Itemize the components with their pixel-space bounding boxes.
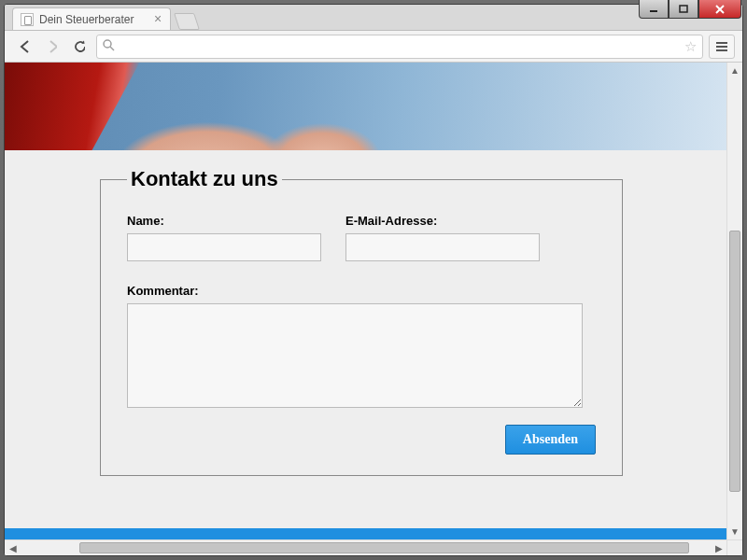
tab-close-icon[interactable]: × [151, 12, 164, 25]
name-input[interactable] [127, 233, 321, 261]
reload-button[interactable] [68, 35, 91, 58]
footer-bar [5, 528, 726, 539]
horizontal-scroll-thumb[interactable] [79, 542, 689, 553]
browser-menu-button[interactable] [709, 35, 735, 59]
comment-textarea[interactable] [127, 303, 583, 408]
browser-tab[interactable]: Dein Steuerberater × [12, 7, 171, 30]
search-icon [103, 39, 115, 54]
address-bar[interactable]: ☆ [96, 35, 703, 59]
back-button[interactable] [12, 35, 35, 58]
svg-line-5 [110, 47, 114, 50]
header-image [5, 63, 726, 150]
scroll-left-icon[interactable]: ◀ [5, 540, 21, 555]
svg-point-4 [104, 40, 111, 48]
tab-strip: Dein Steuerberater × [5, 5, 742, 31]
email-input[interactable] [345, 233, 540, 261]
window-minimize-button[interactable] [639, 0, 669, 19]
new-tab-button[interactable] [174, 13, 200, 30]
scroll-right-icon[interactable]: ▶ [711, 540, 726, 555]
scroll-corner [726, 539, 742, 555]
comment-label: Kommentar: [127, 284, 596, 298]
forward-button[interactable] [40, 35, 63, 58]
url-input[interactable] [119, 38, 684, 54]
form-legend: Kontakt zu uns [127, 167, 282, 191]
vertical-scroll-thumb[interactable] [729, 231, 740, 492]
vertical-scrollbar[interactable]: ▲ ▼ [726, 63, 742, 539]
page-favicon-icon [21, 13, 34, 26]
scroll-up-icon[interactable]: ▲ [727, 63, 742, 78]
horizontal-scrollbar[interactable]: ◀ ▶ [5, 539, 726, 555]
email-label: E-Mail-Adresse: [345, 214, 540, 228]
bookmark-star-icon[interactable]: ☆ [684, 38, 697, 55]
submit-button[interactable]: Absenden [505, 425, 596, 455]
scroll-down-icon[interactable]: ▼ [727, 524, 742, 539]
tab-title: Dein Steuerberater [39, 13, 134, 26]
name-label: Name: [127, 214, 321, 228]
window-maximize-button[interactable] [669, 0, 698, 19]
window-close-button[interactable] [698, 0, 741, 19]
svg-rect-1 [680, 6, 687, 12]
contact-form: Kontakt zu uns Name: E-Mail-Adresse: [100, 167, 623, 476]
browser-toolbar: ☆ [5, 31, 742, 63]
page-content: Kontakt zu uns Name: E-Mail-Adresse: [5, 63, 726, 539]
